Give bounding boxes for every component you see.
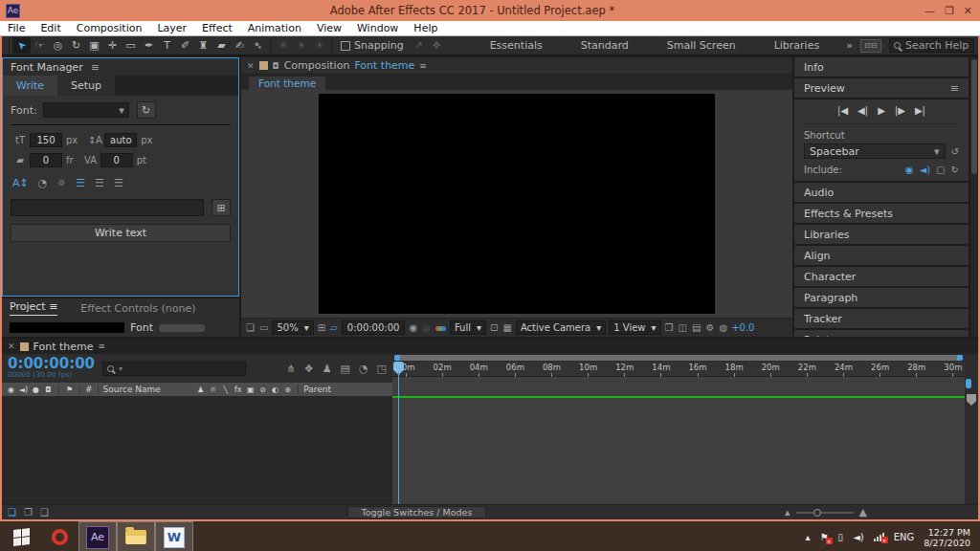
- menu-item[interactable]: Effect: [202, 22, 233, 34]
- include-overlays-icon[interactable]: ▢: [936, 165, 945, 175]
- panel-header[interactable]: Paragraph: [794, 288, 969, 307]
- workspace-tab[interactable]: Libraries: [774, 39, 820, 52]
- panel-menu-icon[interactable]: ≡: [419, 61, 427, 71]
- panel-menu-icon[interactable]: ≡: [99, 342, 106, 351]
- number-column-header[interactable]: #: [85, 385, 93, 394]
- flowchart-icon[interactable]: ⚙: [704, 322, 715, 333]
- viewer-timecode[interactable]: 0:00:00:00: [342, 320, 406, 335]
- workspace-tab[interactable]: Small Screen: [667, 39, 736, 52]
- label-column-icon[interactable]: ⚑: [64, 386, 75, 394]
- menu-item[interactable]: Layer: [157, 22, 187, 34]
- include-video-icon[interactable]: ◉: [905, 165, 914, 175]
- hand-tool[interactable]: ☞: [31, 37, 49, 54]
- world-axis-mode-icon[interactable]: ✳: [292, 37, 310, 54]
- expand-inout-icon[interactable]: ❑: [40, 507, 49, 518]
- align-left-icon[interactable]: ☰: [76, 177, 85, 189]
- composition-tab-label[interactable]: Composition: [284, 59, 350, 72]
- font-size-field[interactable]: 150: [30, 133, 62, 147]
- taskbar-after-effects[interactable]: Ae: [78, 521, 117, 551]
- timeline-zoom-control[interactable]: ▴ ▲: [785, 506, 867, 518]
- panel-preview[interactable]: Preview ≡: [794, 78, 969, 98]
- write-text-button[interactable]: Write text: [11, 224, 231, 242]
- next-frame-button[interactable]: |▶: [895, 105, 905, 116]
- layer-list-area[interactable]: [2, 396, 392, 504]
- menu-item[interactable]: Animation: [248, 22, 301, 34]
- battery-icon[interactable]: ▯: [838, 532, 844, 542]
- panel-header[interactable]: Audio: [794, 183, 969, 202]
- timeline-icon[interactable]: ▤: [691, 322, 702, 333]
- play-button[interactable]: ▶: [878, 105, 885, 116]
- snapping-label[interactable]: Snapping: [354, 39, 404, 52]
- blend-switch-icon[interactable]: ⊘: [257, 386, 268, 394]
- close-icon[interactable]: ✕: [8, 342, 15, 351]
- motionblur-switch-icon[interactable]: ◐: [270, 386, 280, 394]
- camera-tool[interactable]: ▣: [85, 37, 103, 54]
- show-snapshot-icon[interactable]: ◎: [421, 322, 432, 333]
- selection-tool[interactable]: ➤: [12, 37, 31, 54]
- hide-shy-layers-icon[interactable]: ♟: [323, 363, 332, 375]
- action-center-icon[interactable]: ⚑ ✕: [820, 532, 829, 542]
- workspace-tab[interactable]: Standard: [581, 39, 629, 52]
- network-icon[interactable]: ✕: [874, 533, 884, 541]
- timeline-track-area[interactable]: 00m 02m 04m 06m 08m 10m 12m 14m: [392, 354, 965, 504]
- mask-switch-icon[interactable]: ▣: [245, 386, 256, 394]
- monitor-icon[interactable]: ▭: [258, 322, 269, 333]
- maximize-button[interactable]: ❐: [945, 5, 954, 17]
- draft-3d-icon[interactable]: ❖: [304, 363, 314, 375]
- font-manager-tab[interactable]: Setup: [57, 76, 115, 96]
- clone-stamp-tool[interactable]: ♜: [194, 37, 212, 54]
- pan-behind-tool[interactable]: ✛: [103, 37, 122, 54]
- magnification-select[interactable]: 50%▾: [272, 320, 313, 335]
- toggle-switches-modes-button[interactable]: Toggle Switches / Modes: [347, 506, 487, 518]
- camera-select[interactable]: Active Camera▾: [516, 320, 606, 335]
- timeline-tab[interactable]: Font theme: [33, 341, 94, 353]
- layer-lanes[interactable]: [392, 396, 965, 504]
- comp-mini-flowchart-icon[interactable]: ⋔: [287, 363, 296, 375]
- font-manager-tab[interactable]: Write: [3, 76, 57, 96]
- taskbar-file-explorer[interactable]: [117, 521, 155, 551]
- pen-tool[interactable]: ✒: [140, 37, 158, 54]
- menu-item[interactable]: Help: [413, 22, 437, 34]
- snapping-checkbox[interactable]: [341, 41, 350, 51]
- menu-item[interactable]: Composition: [77, 22, 143, 34]
- viewer-lock-icon[interactable]: ❏: [245, 322, 256, 333]
- leading-field[interactable]: auto: [104, 133, 137, 147]
- baseline-shift-icon[interactable]: A↕: [12, 177, 29, 189]
- close-icon[interactable]: ✕: [247, 61, 255, 71]
- help-search-input[interactable]: Search Help: [889, 38, 974, 53]
- work-area-start-handle[interactable]: [394, 355, 400, 361]
- composition-subtab[interactable]: Font theme: [249, 77, 325, 90]
- refresh-fonts-button[interactable]: ↻: [137, 101, 156, 119]
- roto-brush-tool[interactable]: ✍: [231, 37, 249, 54]
- time-ruler[interactable]: 00m 02m 04m 06m 08m 10m 12m 14m: [392, 362, 965, 377]
- zoom-slider-thumb[interactable]: [813, 509, 821, 517]
- frame-blending-icon[interactable]: ▤: [341, 363, 350, 375]
- minimize-button[interactable]: —: [924, 5, 935, 17]
- first-frame-button[interactable]: |◀: [837, 105, 848, 116]
- composition-canvas[interactable]: [319, 94, 715, 314]
- puppet-pin-tool[interactable]: ➴: [249, 37, 267, 54]
- workspace-tab[interactable]: Essentials: [490, 39, 543, 52]
- transparency-grid-icon[interactable]: ▦: [501, 322, 512, 333]
- current-timecode[interactable]: 0:00:00:00: [8, 358, 95, 370]
- panel-menu-icon[interactable]: ≡: [950, 82, 959, 95]
- fill-icon[interactable]: ☼: [56, 177, 66, 189]
- expand-transfer-controls-icon[interactable]: ❐: [24, 507, 33, 518]
- panel-menu-icon[interactable]: ≡: [91, 61, 100, 74]
- view-layout-icon[interactable]: ❐: [664, 322, 675, 333]
- expand-layer-switches-icon[interactable]: ❏: [8, 507, 16, 518]
- rectangle-tool[interactable]: ▭: [122, 37, 140, 54]
- pixel-aspect-icon[interactable]: ◫: [678, 322, 688, 333]
- menu-item[interactable]: Edit: [40, 22, 60, 34]
- lock-icon[interactable]: ◘: [273, 61, 279, 71]
- shy-switch-icon[interactable]: ♟: [195, 386, 206, 394]
- quality-switch-icon[interactable]: ╲: [220, 386, 231, 394]
- project-item-row[interactable]: Font: [2, 318, 239, 337]
- target-region-icon[interactable]: ⊡: [489, 322, 499, 333]
- kerning-field[interactable]: 0: [100, 153, 133, 167]
- start-button[interactable]: [2, 521, 40, 551]
- volume-icon[interactable]: ◄): [853, 532, 864, 542]
- source-name-column-header[interactable]: Source Name: [103, 385, 161, 394]
- menu-item[interactable]: File: [8, 22, 25, 34]
- taskbar-opera[interactable]: [40, 521, 78, 551]
